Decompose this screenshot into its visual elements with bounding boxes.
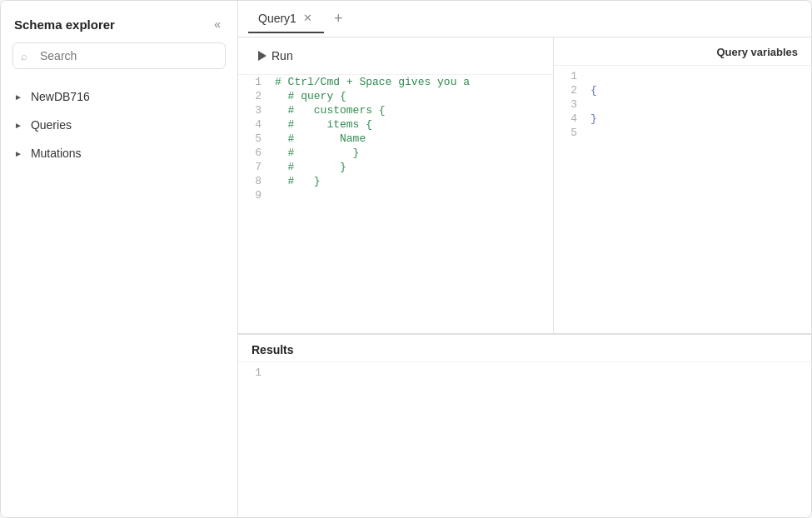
line-content	[587, 126, 811, 140]
line-number: 2	[238, 89, 271, 103]
line-number: 1	[238, 75, 271, 89]
table-row: 9	[238, 188, 553, 202]
sidebar-item-queries[interactable]: ► Queries	[1, 111, 237, 139]
line-number: 1	[554, 69, 587, 83]
query-editor: Run 1 # Ctrl/Cmd + Space gives you a 2 #…	[238, 37, 553, 333]
search-input[interactable]	[12, 42, 226, 69]
table-row: 5	[554, 126, 811, 140]
sidebar-item-label: NewDB716	[31, 90, 90, 103]
line-content	[271, 188, 553, 202]
line-content: # customers {	[271, 103, 553, 117]
table-row: 6 # }	[238, 146, 553, 160]
results-header: Results	[238, 335, 811, 362]
line-content	[271, 366, 278, 380]
line-content	[587, 69, 811, 83]
var-table: 1 2 { 3 4 } 5	[554, 69, 811, 140]
line-number: 6	[238, 146, 271, 160]
line-content	[587, 97, 811, 112]
sidebar-item-newdb716[interactable]: ► NewDB716	[1, 82, 237, 111]
chevron-right-icon: ►	[14, 149, 22, 158]
table-row: 1	[238, 366, 278, 380]
line-content: }	[587, 112, 811, 126]
code-table: 1 # Ctrl/Cmd + Space gives you a 2 # que…	[238, 75, 553, 202]
line-content: # }	[271, 146, 553, 160]
table-row: 1 # Ctrl/Cmd + Space gives you a	[238, 75, 553, 89]
results-area: Results 1	[238, 334, 811, 517]
line-content: # Name	[271, 132, 553, 146]
main-content: Query1 ✕ + Run 1 # Ctrl/Cmd + Space give…	[238, 1, 811, 517]
sidebar-item-label: Queries	[31, 118, 72, 132]
sidebar-nav: ► NewDB716 ► Queries ► Mutations	[1, 79, 237, 517]
line-number: 4	[554, 112, 587, 126]
tab-bar: Query1 ✕ +	[238, 1, 811, 37]
sidebar-header: Schema explorer «	[1, 1, 237, 42]
line-content: # }	[271, 160, 553, 174]
line-content: {	[587, 83, 811, 97]
table-row: 4 # items {	[238, 117, 553, 132]
table-row: 2 {	[554, 83, 811, 97]
variables-code[interactable]: 1 2 { 3 4 } 5	[554, 66, 811, 333]
chevron-right-icon: ►	[14, 92, 22, 102]
sidebar-title: Schema explorer	[14, 17, 115, 32]
line-content: # query {	[271, 89, 553, 103]
tab-add-button[interactable]: +	[327, 7, 350, 31]
collapse-button[interactable]: «	[211, 16, 224, 32]
variables-panel: Query variables 1 2 { 3 4 } 5	[553, 37, 811, 333]
table-row: 4 }	[554, 112, 811, 126]
sidebar-item-mutations[interactable]: ► Mutations	[1, 139, 237, 167]
run-bar: Run	[238, 37, 553, 75]
run-button[interactable]: Run	[252, 46, 300, 66]
line-number: 3	[238, 103, 271, 117]
sidebar-item-label: Mutations	[31, 147, 82, 160]
code-area[interactable]: 1 # Ctrl/Cmd + Space gives you a 2 # que…	[238, 75, 553, 333]
table-row: 3 # customers {	[238, 103, 553, 117]
line-number: 5	[554, 126, 587, 140]
line-number: 3	[554, 97, 587, 112]
line-content: # items {	[271, 117, 553, 132]
line-number: 9	[238, 188, 271, 202]
search-box: ⌕	[12, 42, 226, 69]
res-table: 1	[238, 366, 278, 380]
table-row: 8 # }	[238, 174, 553, 188]
table-row: 7 # }	[238, 160, 553, 174]
tab-query1[interactable]: Query1 ✕	[248, 5, 324, 33]
line-number: 5	[238, 132, 271, 146]
editor-area: Run 1 # Ctrl/Cmd + Space gives you a 2 #…	[238, 37, 811, 334]
table-row: 2 # query {	[238, 89, 553, 103]
tab-label: Query1	[258, 12, 296, 25]
results-code: 1	[238, 362, 811, 383]
run-label: Run	[271, 49, 293, 62]
line-content: # Ctrl/Cmd + Space gives you a	[271, 75, 553, 89]
table-row: 5 # Name	[238, 132, 553, 146]
search-icon: ⌕	[21, 50, 27, 62]
variables-header: Query variables	[554, 37, 811, 66]
line-number: 2	[554, 83, 587, 97]
line-number: 1	[238, 366, 271, 380]
line-number: 7	[238, 160, 271, 174]
chevron-right-icon: ►	[14, 121, 22, 130]
table-row: 1	[554, 69, 811, 83]
line-content: # }	[271, 174, 553, 188]
line-number: 8	[238, 174, 271, 188]
app-container: Schema explorer « ⌕ ► NewDB716 ► Queries…	[0, 0, 812, 518]
tab-close-button[interactable]: ✕	[301, 12, 314, 24]
sidebar: Schema explorer « ⌕ ► NewDB716 ► Queries…	[1, 1, 238, 517]
run-icon	[258, 51, 267, 61]
table-row: 3	[554, 97, 811, 112]
line-number: 4	[238, 117, 271, 132]
